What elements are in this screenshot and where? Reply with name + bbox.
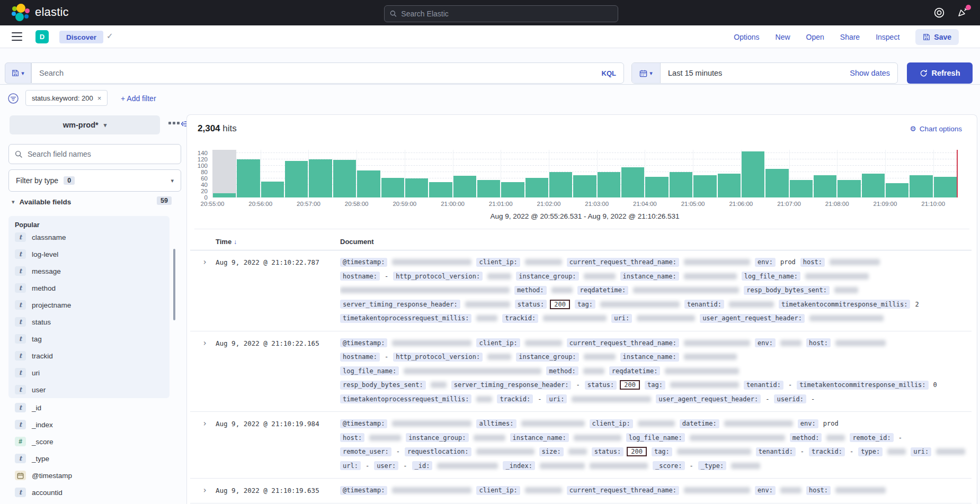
histogram-bar-slot[interactable] — [741, 150, 765, 197]
field-badge[interactable]: method: — [790, 433, 822, 442]
histogram-bar-slot[interactable] — [885, 150, 909, 197]
field-badge[interactable]: @timestamp: — [340, 338, 387, 347]
histogram-bar-slot[interactable] — [597, 150, 621, 197]
field-badge[interactable]: trackid: — [809, 447, 845, 456]
field-badge[interactable]: client_ip: — [476, 486, 520, 495]
inspect-link[interactable]: Inspect — [876, 33, 899, 41]
field-badge[interactable]: tenantid: — [684, 300, 724, 309]
field-badge[interactable]: user_agent_request_header: — [700, 314, 805, 323]
field-badge[interactable]: status: — [515, 300, 547, 309]
save-button[interactable]: Save — [915, 29, 959, 45]
field-badge[interactable]: instance_group: — [516, 272, 578, 281]
field-badge[interactable]: @timestamp: — [340, 419, 387, 428]
field-badge[interactable]: @timestamp: — [340, 258, 387, 267]
field-badge[interactable]: tag: — [645, 381, 665, 390]
field-badge[interactable]: @timestamp: — [340, 486, 387, 495]
field-badge[interactable]: resp_body_bytes_sent: — [744, 286, 830, 295]
menu-hamburger-icon[interactable] — [12, 32, 22, 41]
field-badge[interactable]: server_timing_response_header: — [451, 381, 572, 390]
histogram-bar-slot[interactable] — [453, 150, 477, 197]
index-pattern-switcher[interactable]: wm-prod* ▾ — [10, 115, 160, 134]
field-badge[interactable]: log_file_name: — [340, 366, 399, 375]
field-badge[interactable]: http_protocol_version: — [393, 272, 483, 281]
field-badge[interactable]: env: — [798, 419, 818, 428]
options-link[interactable]: Options — [734, 33, 759, 41]
field-badge[interactable]: uri: — [611, 314, 632, 323]
field-badge[interactable]: remote_id: — [850, 433, 893, 442]
field-badge[interactable]: instance_group: — [516, 353, 578, 362]
field-badge[interactable]: client_ip: — [476, 338, 520, 347]
field-item[interactable]: @timestamp — [15, 467, 163, 484]
field-item[interactable]: #_score — [15, 433, 163, 450]
histogram-bar-slot[interactable] — [308, 150, 332, 197]
histogram-bar-slot[interactable] — [429, 150, 452, 197]
field-badge[interactable]: tenantid: — [756, 447, 796, 456]
breadcrumb-check-icon[interactable]: ✓ — [106, 31, 113, 41]
field-badge[interactable]: trackid: — [502, 314, 538, 323]
news-cheer-icon[interactable] — [957, 7, 969, 19]
available-fields-header[interactable]: ▾ Available fields 59 — [12, 198, 171, 206]
histogram-bar-slot[interactable] — [669, 150, 693, 197]
help-icon[interactable] — [933, 7, 946, 19]
filter-pill[interactable]: status.keyword: 200 × — [25, 90, 108, 106]
histogram-bar-slot[interactable] — [693, 150, 717, 197]
histogram-bar-slot[interactable] — [861, 150, 885, 197]
field-badge[interactable]: tag: — [575, 300, 595, 309]
histogram-bar-slot[interactable] — [645, 150, 669, 197]
field-badge[interactable]: size: — [539, 447, 564, 456]
new-link[interactable]: New — [776, 33, 790, 41]
field-badge[interactable]: client_ip: — [590, 419, 633, 428]
field-badge[interactable]: hostname: — [340, 353, 380, 362]
field-badge[interactable]: resp_body_bytes_sent: — [340, 381, 426, 390]
time-range-value[interactable]: Last 15 minutes — [661, 69, 729, 77]
histogram-bar-slot[interactable] — [405, 150, 429, 197]
field-item[interactable]: tuser — [15, 381, 163, 398]
field-item[interactable]: t_id — [15, 399, 163, 416]
histogram-bar-slot[interactable] — [477, 150, 501, 197]
field-badge[interactable]: client_ip: — [476, 258, 520, 267]
field-badge[interactable]: hostname: — [340, 272, 380, 281]
field-badge[interactable]: _score: — [653, 461, 685, 470]
field-badge[interactable]: host: — [340, 433, 364, 442]
query-input[interactable] — [39, 69, 602, 77]
kql-language-button[interactable]: KQL — [602, 69, 616, 77]
field-badge[interactable]: timetakentocommitresponse_millis: — [779, 300, 910, 309]
sort-descending-icon[interactable]: ↓ — [234, 238, 237, 246]
field-badge[interactable]: log_file_name: — [742, 272, 800, 281]
field-badge[interactable]: current_request_thread_name: — [567, 258, 679, 267]
field-item[interactable]: taccountid — [15, 484, 163, 501]
chart-options-button[interactable]: ⚙ Chart options — [910, 124, 962, 133]
field-badge[interactable]: url: — [340, 461, 361, 470]
field-badge[interactable]: instance_name: — [620, 272, 679, 281]
field-badge[interactable]: datetime: — [680, 419, 719, 428]
field-badge[interactable]: status: — [585, 381, 617, 390]
field-badge[interactable]: current_request_thread_name: — [567, 338, 679, 347]
histogram-bar-slot[interactable] — [621, 150, 645, 197]
field-badge[interactable]: host: — [806, 486, 831, 495]
histogram-bar-slot[interactable] — [789, 150, 813, 197]
field-badge[interactable]: instance_group: — [406, 433, 468, 442]
field-badge[interactable]: uri: — [546, 394, 567, 403]
field-badge[interactable]: type: — [858, 447, 883, 456]
field-badge[interactable]: server_timing_response_header: — [340, 300, 460, 309]
sidebar-options-icon[interactable] — [168, 122, 180, 124]
histogram-bar-slot[interactable] — [333, 150, 357, 197]
elastic-logo-icon[interactable] — [12, 4, 30, 22]
field-item[interactable]: tclassname — [15, 229, 163, 246]
histogram-bar-slot[interactable] — [236, 150, 260, 197]
field-badge[interactable]: user_agent_request_header: — [656, 394, 761, 403]
field-badge[interactable]: timetakentoprocessrequest_millis: — [340, 394, 471, 403]
open-link[interactable]: Open — [806, 33, 824, 41]
add-filter-button[interactable]: + Add filter — [121, 94, 156, 103]
field-item[interactable]: t_index — [15, 416, 163, 433]
field-badge[interactable]: current_request_thread_name: — [567, 486, 679, 495]
field-badge[interactable]: instance_name: — [510, 433, 569, 442]
histogram-bar-slot[interactable] — [837, 150, 861, 197]
share-link[interactable]: Share — [840, 33, 860, 41]
field-badge[interactable]: trackid: — [497, 394, 533, 403]
app-badge-discover[interactable]: D — [35, 30, 49, 43]
histogram-plot[interactable]: 02040608010012014020:55:0020:56:0020:57:… — [212, 150, 957, 197]
field-item[interactable]: tlog-level — [15, 246, 163, 263]
field-badge[interactable]: log_file_name: — [626, 433, 685, 442]
histogram-bar-slot[interactable] — [717, 150, 741, 197]
